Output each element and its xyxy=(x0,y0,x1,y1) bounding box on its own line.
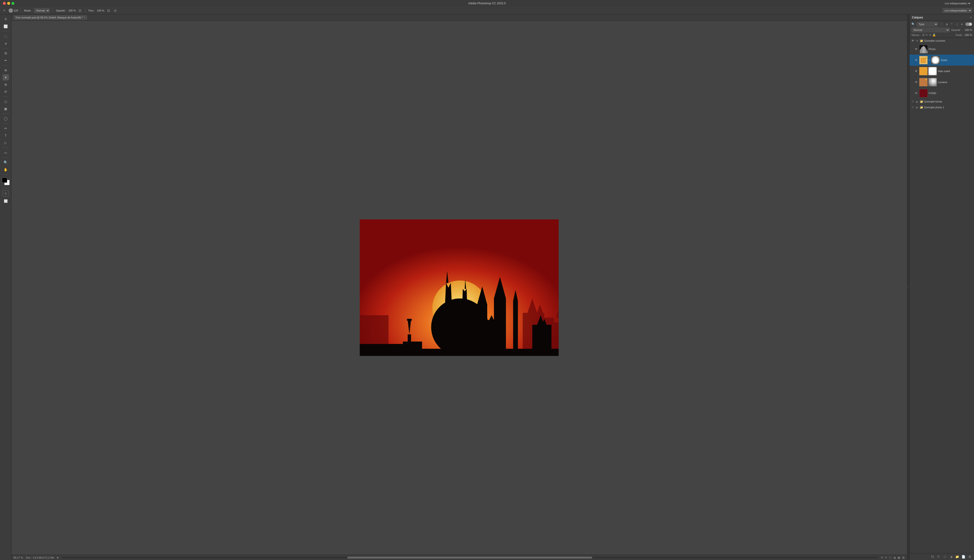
smart-filter-icon[interactable]: ⊕ xyxy=(960,22,964,27)
brush-preview[interactable] xyxy=(8,8,13,13)
visibility-toggle-couches[interactable]: 👁 xyxy=(911,39,915,43)
fullscreen-button[interactable] xyxy=(12,2,14,5)
fx-button[interactable]: fx xyxy=(936,554,941,559)
layer-group-exemple-photo-1[interactable]: 👁 ▶ 📁 Exemple photo 1 xyxy=(909,105,974,110)
path-select-tool[interactable]: ▷ xyxy=(3,140,9,146)
visibility-halo[interactable]: 👁 xyxy=(914,69,918,73)
soleil-thumbnails: 🔒 ⛓ xyxy=(919,56,940,65)
workspace-dropdown[interactable]: Les indispensables xyxy=(942,8,972,13)
adjustment-icon[interactable]: ◑ xyxy=(949,554,953,559)
mask-icon[interactable]: ⬡ xyxy=(889,556,891,559)
expand-couches[interactable]: ▼ xyxy=(916,39,919,42)
svg-rect-37 xyxy=(453,349,468,356)
lock-paint-icon[interactable]: ✒ xyxy=(926,33,928,37)
lock-all-icon[interactable]: 🔒 xyxy=(932,33,936,37)
color-picker[interactable] xyxy=(2,177,10,185)
delete-layer-icon[interactable]: 🗑 xyxy=(967,554,972,559)
delete-icon[interactable]: 🗑 xyxy=(902,556,905,559)
foreground-color[interactable] xyxy=(2,177,7,183)
tab-close-button[interactable]: × xyxy=(84,16,85,19)
close-button[interactable] xyxy=(3,2,6,5)
layer-lumiere[interactable]: 👁 🔒 Lumiere xyxy=(909,77,974,88)
mode-select[interactable]: Normal xyxy=(34,8,50,13)
artwork-svg xyxy=(360,219,559,356)
lock-transparency-icon[interactable]: ⊞ xyxy=(922,33,925,37)
dodge-tool[interactable]: ◯ xyxy=(3,115,9,122)
adjustment-icon[interactable]: ◑ xyxy=(893,556,895,559)
tool-sep-3 xyxy=(2,65,9,65)
canvas-container[interactable] xyxy=(12,21,907,555)
fx-icon[interactable]: fx xyxy=(885,556,887,559)
quick-mask-button[interactable]: Q xyxy=(3,190,9,197)
flux-label: Flux : xyxy=(89,9,95,12)
layer-fond[interactable]: 👁 FOND xyxy=(909,88,974,99)
halo-main-thumb xyxy=(919,67,928,75)
visibility-lumiere[interactable]: 👁 xyxy=(914,80,918,84)
type-tool[interactable]: T xyxy=(3,132,9,139)
shape-tool[interactable]: ▭ xyxy=(3,150,9,156)
adjustment-filter-icon[interactable]: ◑ xyxy=(944,22,949,27)
group-icon[interactable]: ▣ xyxy=(897,556,900,559)
marquee-rect-tool[interactable]: ⬚ xyxy=(3,33,9,39)
gradient-tool[interactable]: ▣ xyxy=(3,106,9,112)
lock-badge: 🔒 xyxy=(925,56,927,58)
filter-toggle[interactable] xyxy=(966,23,972,26)
panel-search-icon[interactable]: ≡ xyxy=(970,16,972,19)
visibility-soleil[interactable]: 👁 xyxy=(914,58,918,62)
layer-group-exemple-forme[interactable]: 👁 ▶ 📁 Exemple forme xyxy=(909,99,974,105)
tool-sep-1 xyxy=(2,31,9,32)
screen-mode-button[interactable]: ⬜ xyxy=(3,198,9,204)
opacity-value: 100 % xyxy=(68,9,76,12)
hand-tool[interactable]: ✋ xyxy=(3,167,9,173)
canvas-area: Tuto exemple.psd @ 89,2% (Soleil, Masque… xyxy=(12,14,907,560)
visibility-fond[interactable]: 👁 xyxy=(914,91,918,95)
visibility-forme[interactable]: 👁 xyxy=(911,100,915,103)
expand-forme[interactable]: ▶ xyxy=(916,100,919,103)
rotate-icon[interactable]: ⟲ xyxy=(880,556,883,559)
history-brush-tool[interactable]: ⟳ xyxy=(3,88,9,95)
app-title: Adobe Photoshop CC 2015.5 xyxy=(468,2,506,5)
layer-halo-soleil[interactable]: 👁 Halo soleil xyxy=(909,66,974,77)
visibility-photo[interactable]: 👁 xyxy=(914,47,918,51)
pixel-filter-icon[interactable]: ⬛ xyxy=(939,22,944,27)
brush-tool[interactable]: ⌖ xyxy=(3,74,9,80)
layer-photo[interactable]: 👁 xyxy=(909,43,974,55)
panel-collapse-strip[interactable]: ‹ xyxy=(907,14,909,560)
blend-mode-select[interactable]: Normal xyxy=(911,28,950,32)
filter-type-select[interactable]: Type xyxy=(917,22,938,27)
artboard-tool[interactable]: ⬜ xyxy=(3,23,9,30)
clone-tool[interactable]: ⊗ xyxy=(3,82,9,88)
new-layer-icon[interactable]: 📄 xyxy=(961,554,966,559)
visibility-photo-1[interactable]: 👁 xyxy=(911,105,915,109)
workspace-select[interactable]: Les indispensables xyxy=(944,2,971,5)
minimize-button[interactable] xyxy=(7,2,10,5)
shape-filter-icon[interactable]: ◻ xyxy=(955,22,959,27)
pen-tool[interactable]: ✏ xyxy=(3,125,9,132)
zoom-tool[interactable]: 🔍 xyxy=(3,159,9,165)
tab-filename: Tuto exemple.psd @ 89,2% (Soleil, Masque… xyxy=(15,16,83,19)
eyedropper-tool[interactable]: ✒ xyxy=(3,57,9,63)
tool-sep-5 xyxy=(2,113,9,114)
layer-soleil[interactable]: 👁 🔒 ⛓ Soleil xyxy=(909,55,974,66)
move-tool[interactable]: ✛ xyxy=(3,16,9,22)
lasso-tool[interactable]: ⌀ xyxy=(3,40,9,47)
add-mask-icon[interactable]: ⬡ xyxy=(942,554,947,559)
scrollbar-thumb[interactable] xyxy=(347,557,592,558)
horizontal-scrollbar[interactable] xyxy=(62,557,878,558)
layer-group-exemple-couches[interactable]: 👁 ▼ 📁 Exemple couches xyxy=(909,38,974,43)
toolbar: ⌖ 129 Mode : Normal Opacité : 100 % ⊡ Fl… xyxy=(0,7,974,14)
eraser-tool[interactable]: ◻ xyxy=(3,98,9,105)
svg-rect-50 xyxy=(927,51,927,53)
svg-rect-12 xyxy=(407,319,412,321)
lumiere-mask-thumb xyxy=(928,78,937,87)
photo-layer-info: Photo xyxy=(929,48,972,50)
document-tab[interactable]: Tuto exemple.psd @ 89,2% (Soleil, Masque… xyxy=(13,15,87,20)
link-layers-icon[interactable]: ⛓ xyxy=(930,554,935,559)
new-group-icon[interactable]: 📁 xyxy=(955,554,960,559)
expand-photo-1[interactable]: ▶ xyxy=(916,106,919,109)
opacity-label: Opacité : xyxy=(56,9,67,12)
lock-position-icon[interactable]: ✛ xyxy=(929,33,931,37)
crop-tool[interactable]: ⧉ xyxy=(3,50,9,56)
spot-heal-tool[interactable]: ⊕ xyxy=(3,67,9,73)
type-filter-icon[interactable]: T xyxy=(949,22,954,27)
